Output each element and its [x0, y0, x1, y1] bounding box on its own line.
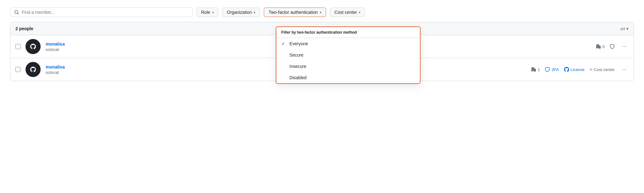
cost-center-dropdown[interactable]: Cost center ▾ [330, 8, 365, 17]
toolbar: Role ▾ Organization ▾ Two-factor authent… [10, 8, 634, 17]
svg-point-0 [27, 41, 39, 52]
member-1-shield-badge [610, 44, 615, 49]
search-input-wrapper[interactable] [10, 8, 193, 17]
tfa-option-insecure[interactable]: Insecure [276, 61, 420, 72]
shield-icon-1 [610, 44, 615, 49]
shield-icon-2 [545, 67, 550, 72]
tfa-option-disabled-label: Disabled [290, 75, 307, 80]
organization-chevron-icon: ▾ [254, 11, 255, 14]
member-1-more-button[interactable]: ··· [620, 42, 629, 51]
svg-point-1 [27, 64, 39, 75]
table-header-actions: ort ▾ [620, 26, 629, 31]
tfa-option-secure[interactable]: Secure [276, 49, 420, 61]
member-1-orgs-badge: 0 [596, 44, 605, 49]
organization-label: Organization [227, 10, 252, 15]
member-2-2fa-badge[interactable]: 2FA [545, 67, 559, 72]
member-2-orgs-count: 1 [538, 67, 540, 72]
tfa-label: Two-factor authentication [268, 10, 318, 15]
tfa-dropdown-menu: Filter by two-factor authentication meth… [276, 26, 421, 84]
tfa-option-insecure-label: Insecure [290, 64, 307, 69]
sort-label: ort [620, 26, 625, 31]
member-2-cost-center-label: Cost center [594, 67, 615, 72]
tfa-option-everyone[interactable]: ✓ Everyone [276, 38, 420, 49]
buildings-icon-2 [531, 67, 536, 72]
role-label: Role [201, 10, 210, 15]
member-2-checkbox[interactable] [15, 67, 20, 72]
member-2-2fa-label: 2FA [551, 67, 559, 72]
member-2-license-label: License [571, 67, 585, 72]
tfa-menu-header: Filter by two-factor authentication meth… [276, 27, 420, 38]
tfa-dropdown-wrapper: Two-factor authentication ▾ Filter by tw… [264, 8, 326, 17]
people-count: 2 people [15, 26, 33, 31]
tfa-option-everyone-label: Everyone [290, 41, 308, 46]
member-1-orgs-count: 0 [602, 44, 605, 49]
member-2-badges: 1 2FA License × Cost center [531, 67, 615, 72]
member-2-orgs-badge: 1 [531, 67, 540, 72]
member-1-avatar [25, 39, 41, 54]
sort-chevron-icon: ▾ [626, 26, 629, 31]
sort-button[interactable]: ort ▾ [620, 26, 629, 31]
filters-section: Role ▾ Organization ▾ Two-factor authent… [196, 8, 365, 17]
role-dropdown[interactable]: Role ▾ [196, 8, 218, 17]
search-input[interactable] [22, 10, 189, 15]
github-icon-2 [564, 67, 569, 72]
check-icon-everyone: ✓ [281, 41, 286, 46]
cost-center-chevron-icon: ▾ [359, 11, 360, 14]
member-2-more-button[interactable]: ··· [620, 65, 629, 74]
buildings-icon-1 [596, 44, 601, 49]
cross-icon-2: × [590, 67, 592, 72]
organization-dropdown[interactable]: Organization ▾ [222, 8, 260, 17]
tfa-chevron-icon: ▾ [320, 11, 321, 14]
member-1-checkbox[interactable] [15, 44, 20, 49]
tfa-option-disabled[interactable]: Disabled [276, 72, 420, 83]
cost-center-label: Cost center [335, 10, 357, 15]
tfa-dropdown[interactable]: Two-factor authentication ▾ [264, 8, 326, 17]
member-2-license-badge[interactable]: License [564, 67, 585, 72]
role-chevron-icon: ▾ [212, 11, 214, 14]
member-1-badges: 0 [596, 44, 615, 49]
page-wrapper: Role ▾ Organization ▾ Two-factor authent… [0, 0, 644, 193]
tfa-option-secure-label: Secure [290, 52, 303, 58]
member-2-cost-center-badge: × Cost center [590, 67, 615, 72]
member-2-avatar [25, 62, 41, 77]
search-icon [14, 10, 19, 15]
